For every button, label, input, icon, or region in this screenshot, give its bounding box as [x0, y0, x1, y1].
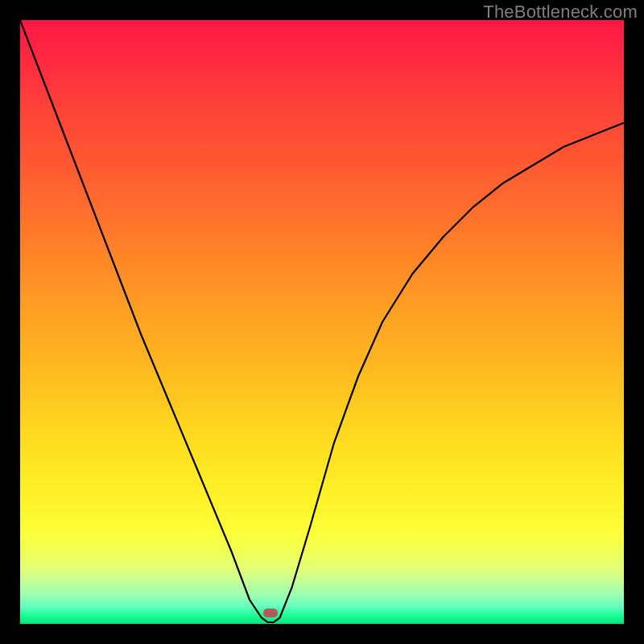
heat-gradient [20, 20, 624, 624]
watermark-text: TheBottleneck.com [483, 2, 638, 23]
chart-frame: TheBottleneck.com [0, 0, 644, 644]
optimum-marker [263, 609, 278, 617]
plot-area [20, 20, 624, 624]
